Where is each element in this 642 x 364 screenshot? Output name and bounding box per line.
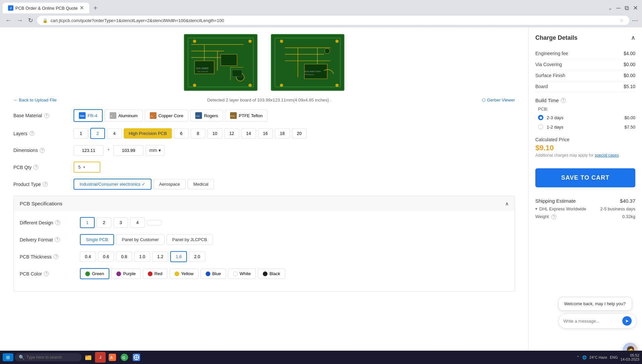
layer-18-button[interactable]: 18 — [275, 128, 290, 139]
color-blue-button[interactable]: Blue — [201, 268, 226, 279]
dimension-x-input[interactable] — [74, 145, 104, 156]
thickness-06-button[interactable]: 0.6 — [98, 251, 114, 262]
taskbar-search-input[interactable] — [26, 355, 77, 360]
delivery-format-help[interactable]: ? — [55, 237, 60, 242]
taskbar-search-box[interactable]: 🔍 — [15, 353, 82, 361]
pcb-qty-help[interactable]: ? — [33, 165, 38, 170]
weight-row: Weight ? 0.32kg — [535, 214, 635, 219]
forward-button[interactable]: → — [15, 16, 24, 25]
design-2-button[interactable]: 2 — [97, 217, 111, 228]
pcb-thickness-help[interactable]: ? — [54, 254, 59, 259]
color-green-button[interactable]: Green — [80, 268, 109, 279]
color-white-button[interactable]: White — [228, 268, 256, 279]
chat-send-button[interactable]: ➤ — [622, 316, 632, 326]
product-industrial-button[interactable]: Industrial/Consumer electronics ✓ — [74, 179, 151, 190]
layer-4-button[interactable]: 4 — [107, 128, 122, 139]
specs-section-header[interactable]: PCB Specifications ∧ — [14, 196, 515, 211]
dimensions-help[interactable]: ? — [40, 148, 45, 153]
special-cases-link[interactable]: special cases — [595, 153, 619, 158]
gerber-viewer-button[interactable]: ⬡ Gerber Viewer — [482, 98, 515, 103]
build-time-2-3-days[interactable]: 2-3 days $0.00 — [538, 113, 635, 122]
different-design-help[interactable]: ? — [55, 220, 60, 225]
base-material-help[interactable]: ? — [44, 113, 49, 118]
taskbar-file-explorer[interactable] — [83, 352, 94, 362]
product-type-help[interactable]: ? — [43, 182, 48, 187]
extensions-icon[interactable]: ⋯ — [632, 17, 638, 24]
taskbar-app-3[interactable]: G — [119, 352, 130, 362]
tab-close-button[interactable]: ✕ — [80, 5, 84, 11]
thickness-12-button[interactable]: 1.2 — [152, 251, 168, 262]
delivery-single-pcb-button[interactable]: Single PCB — [80, 234, 114, 245]
back-button[interactable]: ← — [4, 16, 13, 25]
dimension-y-input[interactable] — [113, 145, 143, 156]
design-1-button[interactable]: 1 — [80, 217, 95, 228]
delivery-panel-customer-button[interactable]: Panel by Customer — [116, 234, 165, 245]
thickness-10-button[interactable]: 1.0 — [134, 251, 150, 262]
address-bar[interactable]: 🔒 cart.jlcpcb.com/quote?orderType=1&sten… — [37, 16, 629, 25]
charge-details-collapse[interactable]: ∧ — [631, 34, 635, 41]
layers-help[interactable]: ? — [29, 131, 34, 136]
svg-rect-46 — [85, 355, 88, 357]
layer-2-button[interactable]: 2 — [90, 128, 105, 139]
design-3-button[interactable]: 3 — [113, 217, 128, 228]
pcb-qty-select[interactable]: 5 ▾ — [74, 162, 100, 173]
svg-point-27 — [280, 40, 283, 43]
refresh-button[interactable]: ↻ — [27, 15, 34, 25]
build-time-1-2-days[interactable]: 1-2 days $7.50 — [538, 122, 635, 132]
color-purple-button[interactable]: Purple — [111, 268, 141, 279]
clock-display: 05:52 14-03-2023 — [621, 353, 639, 361]
thickness-04-button[interactable]: 0.4 — [80, 251, 96, 262]
design-4-button[interactable]: 4 — [130, 217, 145, 228]
high-precision-pcb-button[interactable]: High Precision PCB — [124, 128, 172, 139]
chat-message-input[interactable] — [563, 319, 620, 324]
material-fr4-button[interactable]: FR4 FR-4 — [74, 109, 103, 122]
thickness-08-button[interactable]: 0.8 — [116, 251, 132, 262]
radio-inner — [540, 117, 542, 119]
material-rogers-button[interactable]: ROG Rogers — [190, 110, 223, 122]
design-blank-button[interactable] — [147, 220, 162, 225]
build-time-help[interactable]: ? — [561, 98, 566, 103]
material-ptfe-button[interactable]: PTFE PTFE Teflon — [225, 110, 268, 122]
layer-8-button[interactable]: 8 — [191, 128, 205, 139]
taskbar-app-1[interactable]: J — [95, 352, 106, 362]
layer-10-button[interactable]: 10 — [207, 128, 222, 139]
pcb-color-help[interactable]: ? — [44, 271, 49, 276]
thickness-16-button[interactable]: 1.6 — [170, 251, 187, 262]
charge-details-header: Charge Details ∧ — [535, 34, 635, 41]
dimension-unit-select[interactable]: mm ▾ — [145, 145, 164, 156]
layer-14-button[interactable]: 14 — [241, 128, 256, 139]
new-tab-button[interactable]: + — [91, 3, 100, 13]
taskbar-app-2[interactable]: A — [107, 352, 118, 362]
taskbar-app-4[interactable] — [131, 352, 142, 362]
product-aerospace-button[interactable]: Aerospace — [153, 179, 186, 189]
material-aluminum-button[interactable]: Al Aluminum — [105, 110, 143, 122]
purple-color-dot — [116, 271, 121, 276]
save-to-cart-button[interactable]: SAVE TO CART — [535, 168, 635, 187]
product-medical-button[interactable]: Medical — [188, 179, 214, 189]
pcb-color-row: PCB Color ? Green Purple — [20, 268, 509, 279]
color-black-button[interactable]: Black — [258, 268, 285, 279]
close-window-button[interactable]: ✕ — [632, 3, 639, 13]
board-fee-row: Board $5.10 — [535, 81, 635, 92]
color-red-button[interactable]: Red — [143, 268, 168, 279]
layer-16-button[interactable]: 16 — [258, 128, 273, 139]
thickness-20-button[interactable]: 2.0 — [189, 251, 205, 262]
right-sidebar: Charge Details ∧ Engineering fee $4.00 V… — [528, 27, 642, 362]
minimize-window-button[interactable]: ─ — [615, 3, 622, 13]
delivery-panel-jlcpcb-button[interactable]: Panel by JLCPCB — [167, 234, 213, 245]
layer-6-button[interactable]: 6 — [174, 128, 189, 139]
material-copper-button[interactable]: Cu Copper Core — [145, 110, 188, 122]
green-color-dot — [85, 271, 90, 276]
browser-tab[interactable]: J PCB Order & Online PCB Quote ✕ — [3, 3, 89, 13]
color-yellow-button[interactable]: Yellow — [170, 268, 199, 279]
bookmark-icon[interactable]: ☆ — [620, 18, 624, 23]
product-type-row: Product Type ? Industrial/Consumer elect… — [13, 179, 515, 190]
back-to-upload-link[interactable]: ← Back to Upload File — [13, 98, 57, 103]
weight-help[interactable]: ? — [551, 214, 556, 219]
restore-window-button[interactable]: ⧉ — [623, 3, 630, 13]
minimize-tab-list-button[interactable]: ⌄ — [607, 4, 614, 12]
layer-20-button[interactable]: 20 — [292, 128, 307, 139]
start-button[interactable]: ⊞ — [3, 353, 13, 361]
layer-1-button[interactable]: 1 — [74, 128, 88, 139]
layer-12-button[interactable]: 12 — [224, 128, 239, 139]
